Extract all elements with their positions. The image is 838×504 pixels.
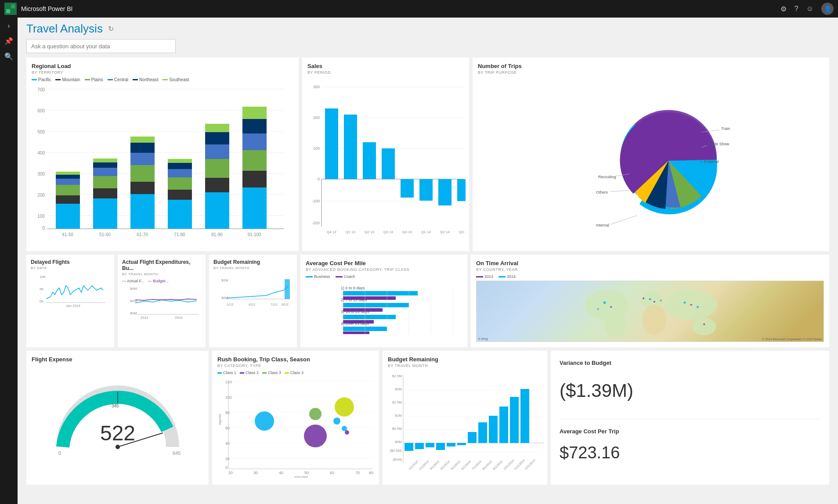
app-logo[interactable]: [4, 3, 17, 15]
avg-cost-title: Average Cost Per Mile: [306, 260, 462, 266]
budget-remaining-bottom-card: Budget Remaining BY TRAVEL MONTH $2.5M $…: [383, 351, 547, 485]
budget-remaining-bottom-chart: $2.5M $2M $1.5M $1M $0.5M $0M ($0.5M) ($…: [388, 371, 546, 476]
legend-pacific: Pacific: [32, 77, 51, 82]
help-icon[interactable]: ?: [795, 5, 798, 13]
trips-card: Number of Trips BY TRIP PURPOSE: [473, 58, 829, 251]
svg-text:645: 645: [173, 450, 181, 456]
svg-text:0: 0: [225, 465, 228, 470]
svg-text:3/1/2014: 3/1/2014: [429, 460, 440, 471]
svg-rect-0: [6, 4, 10, 8]
nav-search-icon[interactable]: 🔍: [4, 52, 13, 61]
search-input[interactable]: [26, 39, 176, 53]
year2014-legend: 2014: [498, 274, 516, 279]
svg-text:10K: 10K: [40, 275, 46, 279]
svg-rect-131: [343, 331, 369, 334]
variance-value: ($1.39M): [560, 380, 820, 401]
svg-text:$2M: $2M: [221, 278, 228, 282]
refresh-icon[interactable]: ↻: [108, 25, 114, 33]
svg-text:81-90: 81-90: [211, 232, 223, 237]
svg-text:Q3 13: Q3 13: [383, 230, 393, 234]
svg-text:40: 40: [225, 441, 230, 446]
legend-mountain: Mountain: [55, 77, 80, 82]
svg-text:8/1/2: 8/1/2: [282, 303, 289, 306]
svg-text:$1M: $1M: [395, 414, 402, 418]
svg-rect-3: [11, 9, 15, 13]
budget-remaining-top-card: Budget Remaining BY TRAVEL MONTH $2M $0M…: [209, 255, 297, 347]
svg-text:7/1/2014: 7/1/2014: [471, 460, 482, 471]
year2013-legend: 2013: [476, 274, 493, 279]
svg-rect-82: [401, 179, 414, 198]
svg-rect-215: [415, 443, 424, 449]
app-name: Microsoft Power BI: [21, 5, 72, 12]
svg-text:4/1/2014: 4/1/2014: [440, 460, 450, 471]
svg-rect-222: [489, 416, 498, 443]
regional-load-legend: Pacific Mountain Plains Central Northeas…: [32, 77, 293, 82]
legend-central: Central: [108, 77, 128, 82]
rush-booking-title: Rush Booking, Trip Class, Season: [217, 356, 374, 363]
svg-text:60: 60: [330, 471, 334, 475]
svg-text:41-50: 41-50: [62, 232, 73, 237]
budget-remaining-top-subtitle: BY TRAVEL MONTH: [213, 266, 293, 270]
settings-icon[interactable]: ⚙: [780, 5, 787, 13]
svg-rect-56: [242, 171, 267, 187]
svg-rect-217: [436, 443, 445, 450]
delayed-flights-card: Delayed Flights BY DATE 10K 5K 0K Jan 20…: [26, 255, 114, 347]
topbar: Microsoft Power BI ⚙ ? ☺ 👤: [0, 0, 838, 18]
svg-line-100: [610, 216, 637, 224]
user-avatar[interactable]: 👤: [821, 3, 834, 15]
svg-point-151: [610, 306, 612, 308]
svg-text:$0.5M: $0.5M: [392, 427, 402, 431]
svg-line-98: [610, 191, 629, 191]
trips-subtitle: BY TRIP PURPOSE: [478, 70, 824, 75]
svg-point-194: [309, 408, 321, 420]
svg-text:70: 70: [355, 471, 360, 475]
svg-rect-29: [93, 176, 117, 188]
budget-legend: — Budget...: [148, 279, 169, 283]
ontime-card: On Time Arrival BY COUNTRY, YEAR 2013 20…: [471, 255, 829, 347]
svg-text:30: 30: [253, 471, 258, 475]
svg-text:-200: -200: [312, 221, 320, 225]
svg-point-154: [683, 302, 686, 304]
svg-text:0K: 0K: [40, 299, 44, 303]
svg-text:71-80: 71-80: [174, 232, 185, 237]
svg-text:$4M: $4M: [130, 287, 137, 291]
svg-rect-25: [56, 172, 80, 175]
nav-pin-icon[interactable]: 📌: [4, 37, 13, 45]
svg-rect-80: [382, 148, 395, 179]
budget-remaining-bottom-title: Budget Remaining: [388, 356, 542, 363]
smiley-icon[interactable]: ☺: [806, 5, 813, 13]
budget-remaining-top-chart: $2M $0M 1/1/2 4/1/2 7/1/2 8/1/2: [213, 273, 293, 308]
svg-rect-37: [130, 153, 155, 165]
svg-point-156: [697, 306, 699, 308]
svg-rect-27: [93, 198, 117, 229]
avg-cost-subtitle: BY ADVANCED BOOKING CATEGORY, TRIP CLASS: [306, 267, 462, 272]
avg-cost-card: Average Cost Per Mile BY ADVANCED BOOKIN…: [300, 255, 467, 347]
budget-remaining-bottom-subtitle: BY TRAVEL MONTH: [388, 364, 542, 368]
sales-chart: 300 200 100 0 -100 -200 Q4 12 Q1 13: [307, 77, 466, 244]
svg-text:minutes: minutes: [294, 475, 308, 478]
svg-point-149: [692, 318, 716, 335]
sales-subtitle: BY PERIOD: [307, 70, 464, 75]
delayed-flights-subtitle: BY DATE: [31, 266, 110, 270]
svg-text:1/1/2014: 1/1/2014: [408, 460, 419, 471]
svg-text:$1.5M: $1.5M: [392, 400, 402, 404]
svg-text:Jan 2014: Jan 2014: [66, 304, 80, 308]
svg-rect-220: [468, 432, 477, 443]
svg-rect-221: [478, 422, 487, 443]
svg-rect-49: [205, 178, 229, 192]
svg-rect-53: [205, 124, 229, 132]
svg-text:$0M: $0M: [395, 440, 402, 444]
svg-rect-129: [343, 308, 383, 312]
nav-expand-icon[interactable]: ›: [7, 22, 10, 30]
svg-text:6/1/2014: 6/1/2014: [461, 460, 471, 471]
svg-rect-219: [457, 443, 466, 445]
svg-text:Internal: Internal: [596, 223, 609, 227]
svg-rect-2: [6, 9, 10, 13]
class3-legend: Class 3: [262, 371, 281, 375]
class2-legend: Class 2: [240, 371, 259, 375]
svg-rect-115: [285, 279, 290, 299]
svg-rect-22: [56, 185, 80, 195]
actual-flight-card: Actual Flight Expenditures, Bu... BY TRA…: [118, 255, 206, 347]
svg-text:61-70: 61-70: [137, 232, 148, 237]
svg-rect-59: [242, 119, 267, 133]
